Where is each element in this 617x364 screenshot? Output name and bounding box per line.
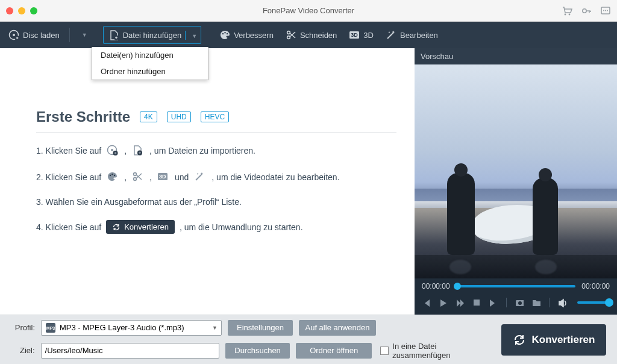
3d-label: 3D <box>363 31 374 40</box>
apply-all-button[interactable]: Auf alle anwenden <box>299 320 376 336</box>
player-controls <box>415 294 617 315</box>
volume-slider[interactable] <box>577 301 610 304</box>
convert-label: Konvertieren <box>532 334 595 346</box>
file-add-icon <box>108 30 119 40</box>
dest-field[interactable] <box>41 343 220 359</box>
time-start: 00:00:00 <box>422 282 450 290</box>
3d-button[interactable]: 3D 3D <box>349 30 374 40</box>
time-end: 00:00:00 <box>581 282 610 290</box>
fast-forward-button[interactable] <box>456 298 464 307</box>
profile-select[interactable]: ▼ <box>41 320 222 336</box>
getting-started-title: Erste Schritte <box>36 108 130 125</box>
next-button[interactable] <box>489 298 498 307</box>
preview-panel: Vorschau 00:00:00 00:00:00 <box>415 48 617 315</box>
load-disc-label: Disc laden <box>23 31 60 40</box>
dest-value[interactable] <box>45 346 216 355</box>
open-folder-button[interactable]: Ordner öffnen <box>296 343 372 359</box>
tag-hevc: HEVC <box>201 111 229 122</box>
time-bar: 00:00:00 00:00:00 <box>415 278 617 294</box>
dropdown-add-files[interactable]: Datei(en) hinzufügen <box>92 47 208 63</box>
edit-button[interactable]: Bearbeiten <box>386 30 438 40</box>
3d-icon: 3D <box>157 171 170 184</box>
volume-icon[interactable] <box>558 298 566 307</box>
preview-title: Vorschau <box>415 48 617 64</box>
window-title: FonePaw Video Converter <box>0 6 617 15</box>
palette-icon <box>219 30 230 40</box>
add-file-dropdown-chevron[interactable]: ▼ <box>192 33 197 39</box>
scissors-icon <box>131 171 145 184</box>
maximize-window-button[interactable] <box>30 7 37 14</box>
cut-label: Schneiden <box>300 31 337 40</box>
load-disc-button[interactable]: Disc laden <box>8 30 60 40</box>
tag-4k: 4K <box>140 111 157 122</box>
main-panel: Erste Schritte 4K UHD HEVC 1. Klicken Si… <box>0 48 415 315</box>
add-file-label: Datei hinzufügen <box>123 31 182 40</box>
seek-slider[interactable] <box>456 285 576 287</box>
scissors-icon <box>286 30 296 40</box>
merge-label: In eine Datei zusammenfügen <box>392 342 495 360</box>
minimize-window-button[interactable] <box>18 7 25 14</box>
add-file-button[interactable]: Datei hinzufügen ▼ <box>103 26 202 44</box>
step-4: 4. Klicken Sie auf Konvertieren , um die… <box>36 220 396 234</box>
step-2: 2. Klicken Sie auf , , 3D und , um die V… <box>36 171 396 184</box>
close-window-button[interactable] <box>6 7 13 14</box>
settings-button[interactable]: Einstellungen <box>228 320 293 336</box>
bottom-bar: Profil: ▼ Einstellungen Auf alle anwende… <box>0 315 617 364</box>
content-area: Erste Schritte 4K UHD HEVC 1. Klicken Si… <box>0 48 617 315</box>
cart-icon[interactable] <box>562 5 572 16</box>
disc-icon <box>8 30 19 40</box>
refresh-icon <box>513 333 526 347</box>
disc-dropdown-chevron[interactable]: ▼ <box>82 32 87 38</box>
wand-icon <box>386 30 396 40</box>
step-1: 1. Klicken Sie auf , , um Dateien zu imp… <box>36 144 396 157</box>
edit-label: Bearbeiten <box>400 31 438 40</box>
3d-icon: 3D <box>349 30 360 40</box>
prev-button[interactable] <box>422 298 430 307</box>
profile-label: Profil: <box>11 323 35 332</box>
merge-checkbox[interactable]: In eine Datei zusammenfügen <box>380 342 495 360</box>
preview-image <box>415 64 617 278</box>
tag-uhd: UHD <box>167 111 191 122</box>
step-3: 3. Wählen Sie ein Ausgabeformat aus der … <box>36 197 396 207</box>
disc-icon <box>106 144 119 157</box>
dropdown-add-folder[interactable]: Ordner hinzufügen <box>92 63 208 80</box>
cut-button[interactable]: Schneiden <box>286 30 337 40</box>
add-file-dropdown: Datei(en) hinzufügen Ordner hinzufügen <box>92 47 208 80</box>
enhance-button[interactable]: Verbessern <box>219 30 274 40</box>
titlebar: FonePaw Video Converter <box>0 0 617 22</box>
dest-label: Ziel: <box>11 346 35 355</box>
profile-value[interactable] <box>60 323 208 332</box>
enhance-label: Verbessern <box>234 31 274 40</box>
convert-pill: Konvertieren <box>106 220 175 234</box>
main-toolbar: Disc laden ▼ Datei hinzufügen ▼ Verbesse… <box>0 22 617 48</box>
stop-button[interactable] <box>472 298 481 307</box>
file-add-icon <box>131 144 145 157</box>
browse-button[interactable]: Durchsuchen <box>225 343 290 359</box>
feedback-icon[interactable] <box>600 5 611 16</box>
palette-icon <box>106 171 119 184</box>
convert-button[interactable]: Konvertieren <box>501 324 606 356</box>
key-icon[interactable] <box>581 5 592 16</box>
wand-icon <box>193 171 207 184</box>
play-button[interactable] <box>439 298 447 307</box>
snapshot-folder-button[interactable] <box>532 298 540 307</box>
snapshot-button[interactable] <box>515 298 524 307</box>
